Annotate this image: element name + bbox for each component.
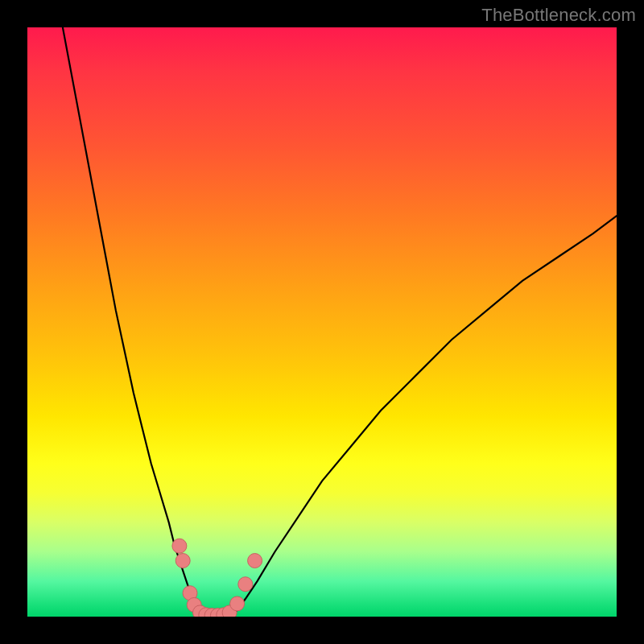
chart-frame: TheBottleneck.com	[0, 0, 644, 644]
watermark-text: TheBottleneck.com	[481, 5, 636, 26]
plot-area	[27, 27, 617, 617]
